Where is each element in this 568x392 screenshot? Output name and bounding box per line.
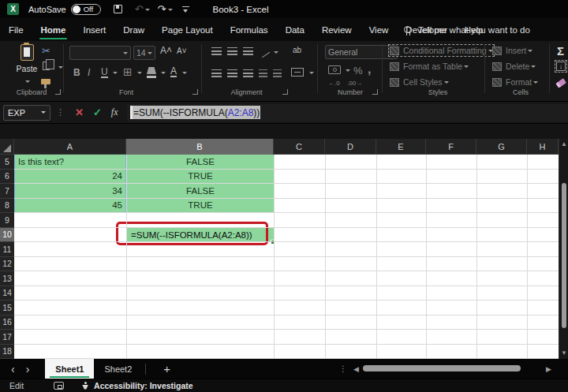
decrease-font-size-icon[interactable]: A˅ (177, 47, 187, 55)
clear-icon[interactable] (555, 78, 566, 88)
cut-icon[interactable]: ✂ (42, 46, 50, 56)
font-color-chevron-icon[interactable] (182, 72, 187, 74)
orientation-chevron-icon[interactable] (274, 51, 278, 54)
insert-cells-button[interactable]: Insert (492, 46, 532, 55)
row-header-17[interactable]: 17 (0, 330, 14, 345)
redo-icon[interactable]: ↷ (158, 4, 173, 14)
name-box[interactable]: EXP (3, 105, 50, 121)
save-icon[interactable] (114, 5, 122, 13)
tab-draw[interactable]: Draw (114, 18, 153, 41)
number-dialog-launcher-icon[interactable] (372, 89, 378, 95)
tab-view[interactable]: View (361, 18, 398, 41)
underline-icon[interactable]: U (101, 67, 108, 78)
align-middle-icon[interactable] (227, 47, 237, 55)
paste-button[interactable]: Paste (11, 44, 43, 88)
conditional-formatting-button[interactable]: Conditional Formatting (390, 46, 493, 55)
tab-review[interactable]: Review (313, 18, 361, 41)
cell-b5[interactable]: FALSE (127, 155, 274, 170)
scroll-up-icon[interactable]: ▲ (561, 141, 567, 147)
align-left-icon[interactable] (211, 69, 222, 77)
column-header-a[interactable]: A (14, 139, 126, 155)
alignment-dialog-launcher-icon[interactable] (282, 89, 288, 95)
cell-b6[interactable]: TRUE (127, 170, 274, 185)
decrease-decimal-icon[interactable]: .00→ (347, 80, 362, 87)
row-header-18[interactable]: 18 (0, 345, 14, 360)
accounting-format-icon[interactable] (328, 65, 341, 74)
fill-handle[interactable] (271, 240, 275, 245)
next-sheet-icon[interactable]: › (26, 364, 30, 375)
fill-color-icon[interactable] (147, 67, 156, 74)
borders-chevron-icon[interactable] (137, 72, 142, 74)
insert-function-icon[interactable]: fx (111, 106, 118, 118)
number-format-combo[interactable]: General (325, 45, 398, 59)
sheet-tab-sheet1[interactable]: Sheet1 (45, 359, 94, 379)
decrease-indent-icon[interactable] (259, 69, 267, 77)
customize-qat-icon[interactable] (182, 6, 189, 13)
cell-b7[interactable]: FALSE (127, 184, 274, 199)
enter-icon[interactable]: ✓ (93, 106, 102, 118)
underline-chevron-icon[interactable] (113, 72, 118, 74)
autosave-toggle[interactable]: Off (71, 4, 101, 15)
align-top-icon[interactable] (211, 47, 222, 55)
font-dialog-launcher-icon[interactable] (192, 89, 198, 95)
wrap-text-icon[interactable]: ab (293, 47, 301, 54)
format-cells-button[interactable]: Format (492, 77, 538, 87)
autosum-icon[interactable]: Σ (557, 44, 564, 58)
column-header-e[interactable]: E (376, 139, 426, 155)
clipboard-dialog-launcher-icon[interactable] (55, 89, 61, 95)
row-header-15[interactable]: 15 (0, 301, 14, 315)
column-header-h[interactable]: H (527, 139, 559, 155)
bold-icon[interactable]: B (73, 68, 80, 77)
italic-icon[interactable]: I (88, 68, 90, 77)
formula-bar-handle[interactable]: ⋮ (56, 107, 65, 118)
percent-style-icon[interactable]: % (353, 65, 363, 76)
tell-me-search[interactable]: Tell me what you want to do (404, 18, 530, 41)
row-header-8[interactable]: 8 (0, 199, 14, 214)
vertical-scrollbar[interactable]: ▲ ▼ (559, 139, 568, 359)
sheet-tab-sheet2[interactable]: Sheet2 (94, 359, 142, 379)
font-name-combo[interactable] (69, 46, 131, 60)
mode-indicator[interactable]: Edit (9, 381, 24, 390)
undo-icon[interactable]: ↶ (135, 4, 150, 14)
comma-style-icon[interactable]: , (368, 63, 371, 76)
cell-b8[interactable]: TRUE (127, 199, 274, 214)
row-header-10[interactable]: 10 (0, 228, 14, 243)
fill-color-chevron-icon[interactable] (161, 72, 166, 74)
increase-indent-icon[interactable] (273, 69, 282, 77)
borders-icon[interactable]: ⊞ (123, 66, 133, 77)
vertical-scroll-thumb[interactable] (562, 183, 566, 328)
increase-decimal-icon[interactable]: ←.0 (328, 80, 340, 87)
tab-data[interactable]: Data (277, 18, 313, 41)
row-header-5[interactable]: 5 (0, 155, 14, 170)
scroll-down-icon[interactable]: ▼ (561, 350, 567, 357)
row-header-16[interactable]: 16 (0, 315, 14, 330)
format-as-table-button[interactable]: Format as Table (390, 62, 469, 71)
align-bottom-icon[interactable] (243, 47, 253, 55)
copy-button[interactable] (43, 62, 50, 70)
merge-center-icon[interactable] (291, 68, 304, 77)
tab-home[interactable]: Home (32, 18, 75, 41)
add-sheet-icon[interactable]: + (163, 362, 170, 375)
cancel-icon[interactable]: ✕ (75, 106, 84, 118)
fill-icon[interactable]: ↓ (556, 62, 566, 71)
worksheet-canvas[interactable]: Is this text?243445FALSETRUEFALSETRUE =S… (14, 155, 559, 359)
tab-insert[interactable]: Insert (74, 18, 114, 41)
row-header-9[interactable]: 9 (0, 213, 14, 228)
hscroll-splitter[interactable]: ⋮ (339, 364, 347, 373)
row-header-7[interactable]: 7 (0, 184, 14, 199)
merge-chevron-icon[interactable] (309, 72, 314, 74)
column-header-g[interactable]: G (476, 139, 527, 155)
row-header-13[interactable]: 13 (0, 271, 14, 286)
row-header-14[interactable]: 14 (0, 286, 14, 301)
tab-file[interactable]: File (0, 18, 32, 41)
align-center-icon[interactable] (227, 69, 237, 77)
scroll-right-icon[interactable]: ▶ (546, 365, 551, 373)
prev-sheet-icon[interactable]: ‹ (11, 364, 15, 375)
row-header-12[interactable]: 12 (0, 257, 14, 272)
font-size-combo[interactable]: 14 (133, 46, 155, 60)
cell-styles-button[interactable]: Cell Styles (390, 77, 449, 87)
format-painter-icon[interactable] (41, 79, 50, 84)
delete-cells-button[interactable]: Delete (492, 62, 536, 71)
macro-record-icon[interactable] (54, 382, 64, 390)
column-header-c[interactable]: C (274, 139, 325, 155)
